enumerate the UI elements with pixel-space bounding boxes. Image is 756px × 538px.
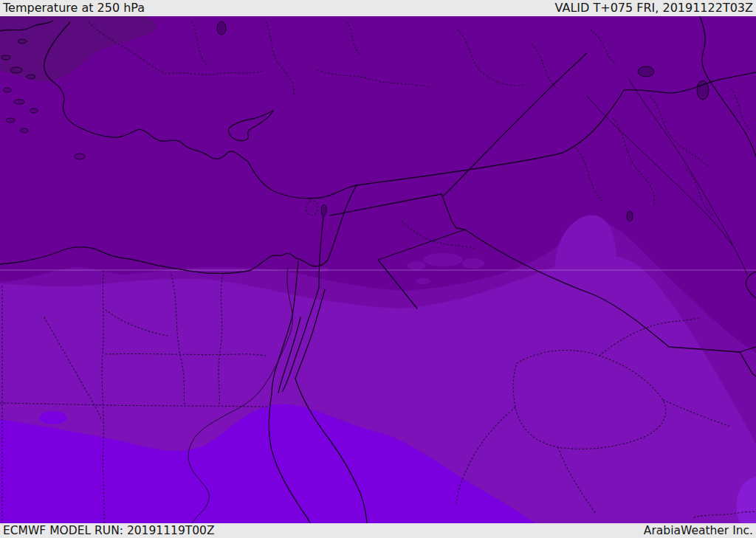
band-warm-blob [39, 411, 67, 424]
aegean-island [14, 100, 24, 104]
aegean-island [1, 55, 10, 60]
top-title-bar: Temperature at 250 hPa VALID T+075 FRI, … [0, 0, 756, 16]
cold-blob [424, 253, 462, 266]
map-title: Temperature at 250 hPa [3, 0, 145, 16]
dead-sea [321, 205, 326, 216]
credit-label: ArabiaWeather Inc. [644, 523, 753, 538]
temperature-map-svg [0, 16, 756, 523]
map-canvas [0, 16, 756, 523]
aegean-island [21, 128, 28, 133]
cold-blob [416, 278, 430, 284]
valid-time-label: VALID T+075 FRI, 20191122T03Z [555, 0, 753, 16]
aegean-island [27, 75, 35, 79]
marmara-island [18, 39, 27, 44]
lake-urmia [697, 80, 709, 100]
lake-van [638, 66, 654, 77]
rhodes-island [75, 154, 85, 159]
bottom-status-bar: ECMWF MODEL RUN: 20191119T00Z ArabiaWeat… [0, 523, 756, 538]
cold-blob [407, 261, 426, 270]
cold-blob [462, 258, 484, 269]
model-run-label: ECMWF MODEL RUN: 20191119T00Z [3, 523, 215, 538]
aegean-island [30, 108, 38, 113]
lake-tharthar [627, 211, 633, 221]
aegean-island [10, 67, 22, 73]
aegean-island [6, 118, 15, 123]
cold-blob [317, 267, 329, 272]
aegean-island [4, 88, 11, 92]
weather-map-app: Temperature at 250 hPa VALID T+075 FRI, … [0, 0, 756, 538]
lake-tuz [217, 21, 226, 35]
